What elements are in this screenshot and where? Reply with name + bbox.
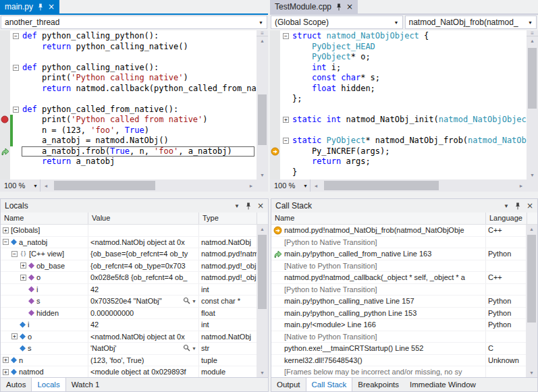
column-header-type[interactable]: Type bbox=[199, 213, 257, 224]
fold-toggle[interactable]: − bbox=[13, 65, 19, 71]
thread-dropdown[interactable]: another_thread ▼ bbox=[1, 16, 267, 29]
fold-toggle[interactable]: − bbox=[13, 107, 19, 113]
code-line[interactable]: n = (123, 'foo', True) bbox=[0, 125, 257, 136]
code-line[interactable]: } bbox=[270, 167, 527, 178]
toolwindow-tab-watch-1[interactable]: Watch 1 bbox=[66, 378, 105, 391]
scroll-right-arrow[interactable]: ► bbox=[246, 179, 257, 192]
expand-toggle[interactable]: + bbox=[20, 262, 26, 269]
callstack-titlebar[interactable]: Call Stack ▼ × bbox=[271, 199, 537, 213]
locals-row[interactable]: +[Globals] bbox=[1, 225, 268, 237]
scroll-up-arrow[interactable]: ▲ bbox=[527, 36, 538, 45]
callstack-row[interactable]: main.py!<module> Line 166Python bbox=[271, 319, 537, 331]
code-line[interactable]: −def python_calling_native(): bbox=[0, 63, 257, 74]
horizontal-scrollbar[interactable] bbox=[321, 179, 516, 192]
splitter-grip[interactable]: ≡ bbox=[527, 30, 538, 36]
scroll-up-arrow[interactable]: ▲ bbox=[257, 225, 268, 233]
text-visualizer-button[interactable]: ▼ bbox=[180, 297, 196, 306]
callstack-row[interactable]: main.py!python_called_from_native Line 1… bbox=[271, 248, 537, 260]
expand-toggle[interactable]: + bbox=[3, 357, 9, 363]
callstack-row[interactable]: natmod.pyd!natmod_callback(_object * sel… bbox=[271, 272, 537, 284]
code-line[interactable]: float hidden; bbox=[270, 84, 527, 94]
scroll-up-arrow[interactable]: ▲ bbox=[526, 225, 537, 233]
callstack-row[interactable]: kernel32.dll!75648543()Unknown bbox=[271, 355, 537, 367]
tab-testmodule-cpp[interactable]: TestModule.cpp × bbox=[270, 0, 358, 13]
member-dropdown[interactable]: natmod_NatObj_frob(natmod_ ▼ bbox=[405, 16, 537, 29]
locals-titlebar[interactable]: Locals ▼ × bbox=[1, 199, 268, 213]
code-line[interactable]: int i; bbox=[270, 63, 527, 74]
magnifier-icon[interactable] bbox=[183, 344, 190, 353]
code-line[interactable] bbox=[270, 105, 527, 115]
zoom-dropdown[interactable]: 100 % ▼ bbox=[270, 179, 311, 192]
scroll-down-arrow[interactable]: ▼ bbox=[527, 171, 538, 179]
column-header-language[interactable]: Language bbox=[486, 213, 527, 224]
locals-row[interactable]: +o<natmod.NatObj object at 0xnatmod.NatO… bbox=[1, 331, 268, 343]
code-line[interactable]: return python_calling_native() bbox=[0, 42, 257, 53]
code-line[interactable]: Py_INCREF(args); bbox=[270, 146, 527, 157]
expand-toggle[interactable]: + bbox=[11, 333, 18, 339]
scroll-down-arrow[interactable]: ▼ bbox=[526, 368, 537, 377]
code-line[interactable] bbox=[270, 125, 527, 136]
toolwindow-tab-output[interactable]: Output bbox=[271, 378, 306, 391]
horizontal-scrollbar[interactable] bbox=[51, 179, 246, 192]
locals-row[interactable]: −a_natobj<natmod.NatObj object at 0xnatm… bbox=[1, 237, 268, 249]
callstack-row[interactable]: main.py!python_calling_python Line 153Py… bbox=[271, 308, 537, 320]
callstack-row[interactable]: [Native to Python Transition] bbox=[271, 331, 537, 343]
callstack-row[interactable]: [Python to Native Transition] bbox=[271, 237, 537, 249]
chevron-down-icon[interactable]: ▼ bbox=[192, 299, 196, 304]
code-line[interactable]: print('Python calling native') bbox=[0, 73, 257, 84]
code-line[interactable]: −def python_calling_python(): bbox=[0, 31, 257, 42]
callstack-row[interactable]: [Python to Native Transition] bbox=[271, 284, 537, 296]
scroll-left-arrow[interactable]: ◄ bbox=[311, 179, 321, 192]
code-line[interactable]: PyObject* o; bbox=[270, 52, 527, 63]
scrollbar-thumb[interactable] bbox=[324, 181, 439, 190]
scroll-down-arrow[interactable]: ▼ bbox=[257, 171, 268, 179]
toolwindow-tab-immediate-window[interactable]: Immediate Window bbox=[404, 378, 481, 391]
code-line[interactable]: a_natobj.frob(True, n, 'foo', a_natobj) bbox=[0, 146, 257, 157]
pin-icon[interactable] bbox=[37, 3, 44, 11]
locals-row[interactable]: s'NatObj'▼str bbox=[1, 343, 268, 355]
scrollbar-thumb[interactable] bbox=[258, 94, 267, 145]
tab-main-py[interactable]: main.py × bbox=[0, 0, 59, 13]
code-editor-main-py[interactable]: −def python_calling_python(): return pyt… bbox=[0, 30, 268, 179]
scrollbar-thumb[interactable] bbox=[528, 48, 537, 109]
code-line[interactable]: a_natobj = natmod.NatObj() bbox=[0, 136, 257, 146]
code-line[interactable]: −struct natmod_NatObjObject { bbox=[270, 31, 527, 42]
expand-toggle[interactable]: + bbox=[3, 369, 9, 375]
code-line[interactable]: return natmod.callback(python_called_fro… bbox=[0, 84, 257, 94]
toolwindow-tab-locals[interactable]: Locals bbox=[31, 378, 65, 391]
close-icon[interactable]: × bbox=[346, 3, 353, 11]
scroll-right-arrow[interactable]: ► bbox=[516, 179, 527, 192]
chevron-down-icon[interactable]: ▼ bbox=[192, 346, 196, 351]
locals-row[interactable]: hidden0.000000000float bbox=[1, 308, 268, 320]
callstack-row[interactable]: python.exe!__tmainCRTStartup() Line 552C bbox=[271, 343, 537, 355]
text-visualizer-button[interactable]: ▼ bbox=[180, 344, 196, 353]
code-line[interactable] bbox=[0, 52, 257, 63]
code-area[interactable]: −def python_calling_python(): return pyt… bbox=[0, 31, 257, 179]
locals-row[interactable]: i42int bbox=[1, 284, 268, 296]
code-area[interactable]: −struct natmod_NatObjObject { PyObject_H… bbox=[270, 31, 527, 179]
code-line[interactable]: }; bbox=[270, 94, 527, 105]
locals-row[interactable]: +natmod<module object at 0x029893fmodule bbox=[1, 366, 268, 377]
vertical-scrollbar[interactable]: ≡ ▲ ▼ bbox=[257, 30, 268, 179]
scrollbar-thumb[interactable] bbox=[54, 181, 155, 190]
magnifier-icon[interactable] bbox=[183, 297, 190, 306]
column-header-name[interactable]: Name bbox=[1, 213, 88, 224]
zoom-dropdown[interactable]: 100 % ▼ bbox=[0, 179, 41, 192]
pin-icon[interactable] bbox=[335, 3, 342, 11]
code-line[interactable]: const char* s; bbox=[270, 73, 527, 84]
toolwindow-tab-autos[interactable]: Autos bbox=[1, 378, 31, 391]
pin-icon[interactable] bbox=[245, 202, 252, 210]
collapse-toggle[interactable]: − bbox=[11, 251, 18, 257]
scroll-left-arrow[interactable]: ◄ bbox=[41, 179, 51, 192]
close-icon[interactable]: × bbox=[527, 202, 533, 210]
vertical-scrollbar[interactable]: ▲ ▼ bbox=[257, 225, 268, 377]
code-line[interactable]: print('Python called from native') bbox=[0, 115, 257, 125]
scope-dropdown[interactable]: (Global Scope) ▼ bbox=[271, 16, 403, 29]
fold-toggle[interactable]: − bbox=[13, 33, 19, 39]
locals-row[interactable]: s0x703520e4 "NatObj"▼const char * bbox=[1, 296, 268, 308]
code-line[interactable]: return a_natobj bbox=[0, 157, 257, 167]
callstack-row[interactable]: natmod.pyd!natmod_NatObj_frob(natmod_Nat… bbox=[271, 225, 537, 237]
pin-icon[interactable] bbox=[514, 202, 521, 210]
vertical-scrollbar[interactable]: ≡ ▲ ▼ bbox=[527, 30, 538, 179]
locals-row[interactable]: −{}[C++ view]{ob_base={ob_refcnt=4 ob_ty… bbox=[1, 248, 268, 260]
